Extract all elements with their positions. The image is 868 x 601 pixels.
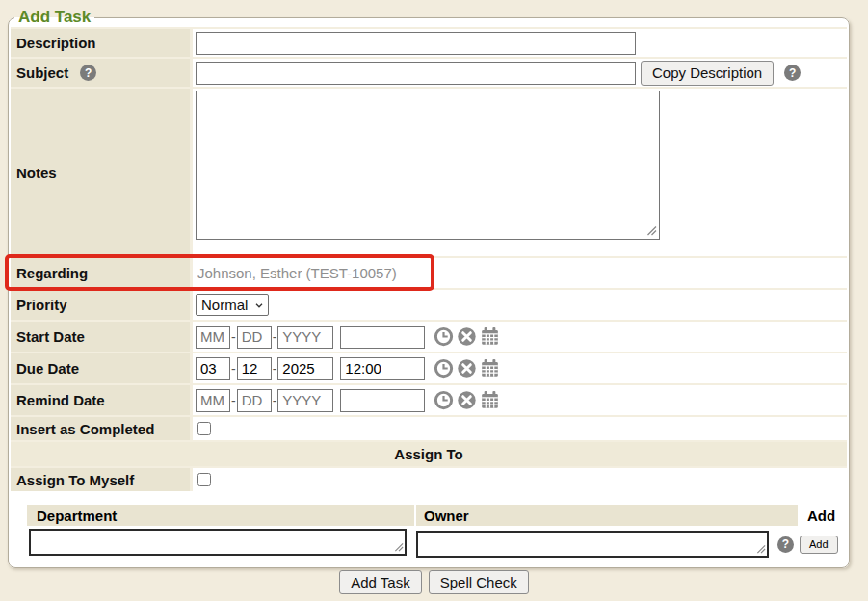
due-date-label: Due Date: [16, 360, 79, 377]
start-date-time-input[interactable]: [340, 326, 425, 349]
assign-table: Department Owner Add ?: [27, 505, 847, 560]
remind-date-row: Remind Date - -: [11, 385, 847, 415]
insert-as-completed-row: Insert as Completed: [11, 417, 847, 440]
notes-row: Notes: [11, 89, 847, 256]
regarding-label-cell: Regarding: [11, 258, 190, 288]
priority-label: Priority: [16, 297, 67, 313]
owner-cell: ?: [416, 531, 798, 558]
start-date-value-cell: - -: [193, 322, 847, 352]
insert-as-completed-label: Insert as Completed: [16, 421, 154, 437]
copy-description-button[interactable]: Copy Description: [641, 61, 774, 86]
due-date-time-input[interactable]: [340, 357, 425, 380]
clear-date-icon[interactable]: [457, 390, 477, 410]
description-value-cell: [193, 29, 847, 57]
department-cell: [27, 529, 414, 560]
priority-label-cell: Priority: [11, 290, 190, 320]
clock-icon[interactable]: [434, 327, 454, 347]
regarding-label: Regarding: [16, 265, 88, 281]
clear-date-icon[interactable]: [457, 358, 477, 379]
assign-table-header-row: Department Owner Add: [27, 505, 847, 529]
subject-value-cell: Copy Description ?: [193, 59, 847, 87]
owner-textarea-wrap: [416, 531, 769, 558]
assign-to-section-header: Assign To: [11, 442, 847, 466]
assign-to-myself-label-cell: Assign To Myself: [11, 468, 190, 491]
due-date-day-input[interactable]: [237, 357, 272, 380]
calendar-icon[interactable]: [480, 358, 500, 379]
due-date-year-input[interactable]: [277, 357, 333, 380]
add-cell: Add: [800, 535, 847, 554]
priority-select[interactable]: Normal: [196, 294, 269, 316]
start-date-month-input[interactable]: [196, 326, 230, 349]
regarding-value-cell: Johnson, Esther (TEST-10057): [193, 258, 847, 288]
assign-table-input-row: ? Add: [27, 529, 847, 560]
notes-textarea[interactable]: [196, 91, 660, 240]
due-date-row: Due Date - -: [11, 353, 847, 383]
remind-date-label-cell: Remind Date: [11, 385, 190, 415]
owner-column-header: Owner: [416, 505, 798, 526]
add-column-header: Add: [800, 505, 847, 526]
due-date-value-cell: - -: [193, 353, 847, 383]
add-assignment-button[interactable]: Add: [800, 536, 838, 554]
date-separator: -: [273, 393, 277, 408]
notes-label: Notes: [16, 165, 57, 181]
task-form: Description Subject ? Copy Description ?: [11, 27, 847, 491]
owner-input[interactable]: [416, 531, 769, 558]
remind-date-time-input[interactable]: [340, 389, 425, 412]
subject-input[interactable]: [196, 62, 636, 85]
remind-date-icons: [434, 390, 500, 410]
date-separator: -: [231, 361, 236, 377]
notes-label-cell: Notes: [11, 89, 190, 256]
start-date-year-input[interactable]: [277, 326, 333, 349]
department-input[interactable]: [29, 529, 407, 556]
start-date-label: Start Date: [16, 328, 85, 345]
clock-icon[interactable]: [434, 358, 454, 379]
clear-date-icon[interactable]: [457, 327, 477, 347]
add-task-page: Add Task Description Subject ? C: [0, 0, 868, 601]
description-row: Description: [11, 29, 847, 57]
add-task-button[interactable]: Add Task: [339, 570, 421, 594]
date-separator: -: [273, 361, 277, 377]
description-label: Description: [16, 35, 96, 51]
priority-value-cell: Normal: [193, 290, 847, 320]
insert-as-completed-value-cell: [193, 417, 847, 440]
priority-row: Priority Normal: [11, 290, 847, 320]
clock-icon[interactable]: [434, 390, 454, 410]
owner-help-icon[interactable]: ?: [777, 536, 794, 553]
department-column-header: Department: [27, 505, 414, 526]
notes-value-cell: [193, 89, 847, 256]
subject-row: Subject ? Copy Description ?: [11, 59, 847, 87]
calendar-icon[interactable]: [480, 390, 500, 410]
remind-date-year-input[interactable]: [277, 389, 333, 412]
start-date-row: Start Date - -: [11, 322, 847, 352]
chevron-down-icon: [253, 300, 265, 311]
calendar-icon[interactable]: [480, 327, 500, 347]
remind-date-month-input[interactable]: [196, 389, 230, 412]
subject-help-icon[interactable]: ?: [80, 65, 96, 81]
spell-check-button[interactable]: Spell Check: [429, 570, 529, 594]
start-date-day-input[interactable]: [237, 326, 272, 349]
date-separator: -: [231, 329, 236, 345]
copy-description-help-icon[interactable]: ?: [784, 65, 801, 81]
footer-actions: Add Task Spell Check: [0, 570, 868, 594]
add-task-fieldset: Add Task Description Subject ? C: [8, 8, 850, 568]
description-label-cell: Description: [11, 29, 190, 57]
date-separator: -: [231, 393, 236, 408]
start-date-icons: [434, 327, 500, 347]
due-date-month-input[interactable]: [196, 357, 230, 380]
subject-label: Subject: [16, 65, 68, 81]
remind-date-label: Remind Date: [16, 392, 105, 408]
due-date-icons: [434, 358, 500, 379]
notes-textarea-wrap: [196, 91, 660, 240]
description-input[interactable]: [196, 32, 636, 55]
department-textarea-wrap: [27, 529, 407, 556]
insert-as-completed-checkbox[interactable]: [197, 422, 211, 435]
priority-selected-value: Normal: [201, 297, 248, 313]
date-separator: -: [273, 329, 277, 345]
insert-as-completed-label-cell: Insert as Completed: [11, 417, 190, 440]
remind-date-value-cell: - -: [193, 385, 847, 415]
regarding-row: Regarding Johnson, Esther (TEST-10057): [11, 258, 847, 288]
assign-to-myself-checkbox[interactable]: [197, 473, 211, 486]
page-title: Add Task: [14, 8, 94, 27]
remind-date-day-input[interactable]: [237, 389, 272, 412]
regarding-value: Johnson, Esther (TEST-10057): [196, 265, 397, 281]
